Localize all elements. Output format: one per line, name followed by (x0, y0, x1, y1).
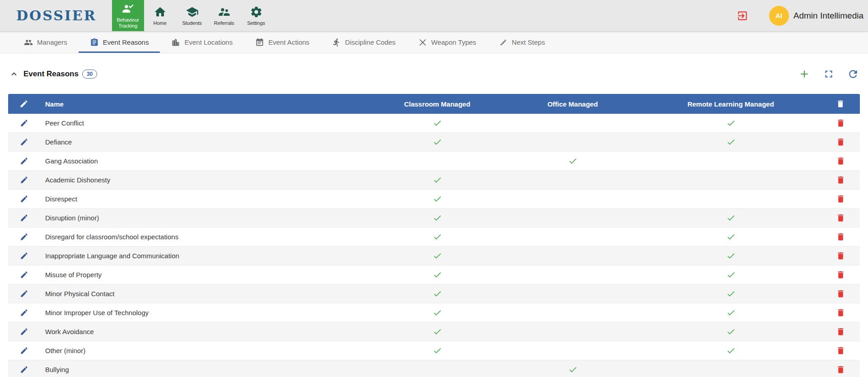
tab-event-actions[interactable]: Event Actions (244, 32, 321, 53)
app-root: DOSSIER Behaviour Tracking Home Students… (0, 0, 868, 377)
nav-item-students[interactable]: Students (176, 0, 208, 31)
nav-item-referrals[interactable]: Referrals (208, 0, 240, 31)
reason-name: Disregard for classroom/school expectati… (40, 233, 369, 241)
edit-row-button[interactable] (18, 231, 30, 243)
delete-row-button[interactable] (834, 344, 847, 357)
refresh-button[interactable] (846, 67, 860, 81)
logout-button[interactable] (734, 7, 751, 24)
delete-row-button[interactable] (834, 249, 847, 262)
edit-row-button[interactable] (18, 307, 30, 319)
table-row: Work Avoidance (8, 322, 860, 341)
reason-name: Minor Improper Use of Technology (40, 309, 369, 316)
avatar[interactable]: AI (769, 6, 789, 26)
tab-discipline-codes[interactable]: Discipline Codes (321, 32, 407, 53)
nav-item-behaviour-tracking[interactable]: Behaviour Tracking (112, 0, 144, 31)
logout-icon (737, 10, 748, 22)
delete-row-button[interactable] (834, 287, 847, 300)
delete-row-button[interactable] (834, 306, 847, 319)
delete-row-button[interactable] (834, 211, 847, 224)
reason-name: Gang Association (40, 157, 369, 165)
delete-row-button[interactable] (834, 192, 847, 205)
panel-title: Event Reasons (23, 70, 79, 79)
remote-learning-managed-cell (640, 308, 821, 317)
remote-learning-managed-cell (640, 137, 821, 147)
nav-item-label: Home (153, 20, 166, 26)
tab-bar: Managers Event Reasons Event Locations E… (0, 32, 868, 53)
edit-row-button[interactable] (18, 363, 30, 376)
check-icon (433, 137, 442, 147)
edit-row-button[interactable] (18, 212, 30, 224)
nav-item-label: Students (182, 20, 201, 26)
top-bar: DOSSIER Behaviour Tracking Home Students… (0, 0, 868, 32)
edit-row-button[interactable] (18, 117, 30, 129)
edit-row-button[interactable] (18, 193, 30, 205)
reason-name: Work Avoidance (40, 328, 369, 335)
table-row: Peer Conflict (8, 114, 860, 133)
delete-row-button[interactable] (834, 116, 847, 130)
table-header: Name Classroom Managed Office Managed Re… (8, 94, 860, 114)
column-header-classroom-managed: Classroom Managed (369, 100, 505, 108)
event-reasons-panel: Event Reasons 30 (8, 61, 860, 377)
table-row: Disregard for classroom/school expectati… (8, 228, 860, 247)
column-header-office-managed: Office Managed (505, 100, 640, 108)
fullscreen-button[interactable] (822, 67, 835, 81)
classroom-managed-cell (369, 232, 505, 242)
add-button[interactable] (798, 67, 811, 81)
table-row: Inappropriate Language and Communication (8, 247, 860, 265)
remote-learning-managed-cell (640, 251, 821, 261)
add-icon (798, 68, 810, 80)
classroom-managed-cell (369, 118, 505, 128)
nav-item-settings[interactable]: Settings (240, 0, 272, 31)
reason-name: Bullying (40, 366, 369, 373)
students-icon (186, 5, 199, 19)
managers-icon (24, 38, 33, 47)
reason-name: Defiance (40, 138, 369, 146)
edit-row-button[interactable] (18, 344, 30, 357)
delete-row-button[interactable] (834, 173, 847, 186)
chevron-up-icon (9, 69, 19, 79)
classroom-managed-cell (369, 308, 505, 317)
reason-name: Disruption (minor) (40, 214, 369, 222)
edit-row-button[interactable] (18, 174, 30, 186)
edit-row-button[interactable] (18, 136, 30, 148)
delete-row-button[interactable] (834, 135, 847, 149)
delete-row-button[interactable] (834, 363, 847, 376)
check-icon (433, 175, 442, 185)
tab-weapon-types[interactable]: Weapon Types (407, 32, 488, 53)
tab-event-reasons[interactable]: Event Reasons (79, 32, 160, 53)
nav-item-home[interactable]: Home (144, 0, 176, 31)
remote-learning-managed-cell (640, 270, 821, 279)
tab-label: Event Locations (184, 38, 233, 46)
edit-row-button[interactable] (18, 269, 30, 281)
classroom-managed-cell (369, 194, 505, 204)
tab-event-locations[interactable]: Event Locations (160, 32, 244, 53)
collapse-button[interactable] (8, 68, 20, 80)
column-header-remote-learning-managed: Remote Learning Managed (640, 100, 821, 108)
classroom-managed-cell (369, 346, 505, 355)
edit-row-button[interactable] (18, 288, 30, 300)
check-icon (433, 232, 442, 242)
count-badge: 30 (82, 70, 97, 79)
remote-learning-managed-cell (640, 346, 821, 355)
table-row: Minor Physical Contact (8, 284, 860, 303)
tab-label: Event Actions (268, 38, 309, 46)
remote-learning-managed-cell (640, 118, 821, 128)
table-row: Minor Improper Use of Technology (8, 303, 860, 322)
edit-row-button[interactable] (18, 155, 30, 167)
delete-row-button[interactable] (834, 230, 847, 243)
refresh-icon (847, 68, 859, 80)
event-reasons-icon (90, 38, 99, 47)
edit-row-button[interactable] (18, 326, 30, 338)
delete-row-button[interactable] (834, 154, 847, 168)
check-icon (433, 270, 442, 279)
classroom-managed-cell (369, 289, 505, 298)
delete-row-button[interactable] (834, 325, 847, 338)
edit-row-button[interactable] (18, 250, 30, 262)
remote-learning-managed-cell (640, 213, 821, 223)
tab-managers[interactable]: Managers (13, 32, 79, 53)
delete-row-button[interactable] (834, 268, 847, 281)
table-row: Disrespect (8, 190, 860, 209)
tab-next-steps[interactable]: Next Steps (487, 32, 556, 53)
reason-name: Inappropriate Language and Communication (40, 252, 369, 260)
dossier-logo[interactable]: DOSSIER (0, 0, 112, 31)
